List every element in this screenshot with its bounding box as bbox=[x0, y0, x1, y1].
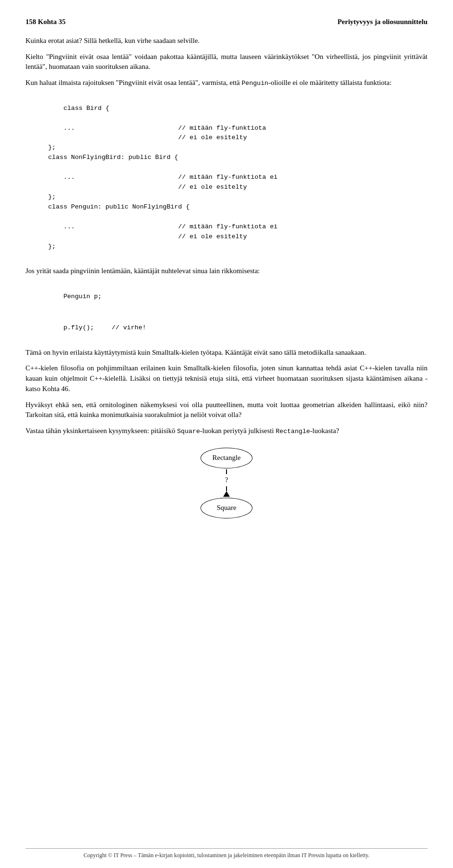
paragraph-1: Kuinka erotat asiat? Sillä hetkellä, kun… bbox=[25, 36, 428, 46]
paragraph-2: Kielto "Pingviinit eivät osaa lentää" vo… bbox=[25, 52, 428, 73]
code-block-penguin-line2-comment-pre bbox=[94, 323, 112, 331]
paragraph-8-code1: Square bbox=[177, 428, 200, 435]
paragraph-7: Hyväksyt ehkä sen, että ornitologinen nä… bbox=[25, 400, 428, 421]
paragraph-3-code: Penguin bbox=[242, 80, 268, 87]
page-number-chapter: 158 Kohta 35 bbox=[25, 17, 66, 27]
page-header: 158 Kohta 35 Periytyvyys ja oliosuunnitt… bbox=[25, 17, 428, 27]
paragraph-8: Vastaa tähän yksinkertaiseen kysymykseen… bbox=[25, 426, 428, 436]
paragraph-8-end: -luokasta? bbox=[310, 427, 339, 434]
diagram-rectangle-label: Rectangle bbox=[212, 453, 241, 463]
code-block-bird-text: class Bird { ... // mitään fly-funktiota… bbox=[48, 105, 277, 250]
code-block-penguin-line2-code: p.fly(); bbox=[63, 324, 94, 331]
paragraph-3-start: Kun haluat ilmaista rajoituksen "Pingvii… bbox=[25, 79, 242, 86]
paragraph-4-text: Jos yrität saada pingviinin lentämään, k… bbox=[25, 267, 260, 275]
paragraph-3-end: -olioille ei ole määritetty tällaista fu… bbox=[268, 79, 392, 86]
paragraph-7-text: Hyväksyt ehkä sen, että ornitologinen nä… bbox=[25, 401, 428, 419]
inheritance-diagram: Rectangle ? Square bbox=[25, 448, 428, 518]
arrow-top-line bbox=[226, 469, 227, 474]
paragraph-8-mid: -luokan periytyä julkisesti bbox=[200, 427, 276, 434]
paragraph-5: Tämä on hyvin erilaista käyttäytymistä k… bbox=[25, 348, 428, 358]
paragraph-8-code2: Rectangle bbox=[276, 428, 310, 435]
code-block-penguin-example: Penguin p; p.fly(); // virhe! bbox=[48, 282, 428, 343]
page-footer: Copyright © IT Press – Tämän e-kirjan ko… bbox=[25, 848, 428, 860]
diagram-square-label: Square bbox=[217, 503, 236, 513]
code-block-bird-classes: class Bird { ... // mitään fly-funktiota… bbox=[48, 94, 428, 262]
diagram-square-box: Square bbox=[201, 498, 252, 518]
page: 158 Kohta 35 Periytyvyys ja oliosuunnitt… bbox=[0, 0, 453, 554]
arrow-bottom-line bbox=[226, 486, 227, 491]
chapter-title: Periytyvyys ja oliosuunnittelu bbox=[337, 17, 428, 27]
paragraph-6-text: C++-kielen filosofia on pohjimmiltaan er… bbox=[25, 364, 428, 392]
footer-text: Copyright © IT Press – Tämän e-kirjan ko… bbox=[84, 852, 369, 859]
diagram-arrow: ? bbox=[223, 469, 230, 497]
paragraph-4: Jos yrität saada pingviinin lentämään, k… bbox=[25, 266, 428, 276]
paragraph-1-text: Kuinka erotat asiat? Sillä hetkellä, kun… bbox=[25, 37, 200, 44]
paragraph-5-text: Tämä on hyvin erilaista käyttäytymistä k… bbox=[25, 349, 366, 356]
paragraph-3: Kun haluat ilmaista rajoituksen "Pingvii… bbox=[25, 78, 428, 88]
arrow-head bbox=[223, 491, 230, 497]
paragraph-2-text: Kielto "Pingviinit eivät osaa lentää" vo… bbox=[25, 53, 428, 71]
paragraph-6: C++-kielen filosofia on pohjimmiltaan er… bbox=[25, 363, 428, 394]
code-block-penguin-line1: Penguin p; bbox=[63, 293, 101, 300]
code-block-penguin-line2-comment: // virhe! bbox=[112, 324, 146, 331]
paragraph-8-start: Vastaa tähän yksinkertaiseen kysymykseen… bbox=[25, 427, 177, 434]
diagram-question-label: ? bbox=[225, 475, 228, 485]
diagram-rectangle-box: Rectangle bbox=[201, 448, 252, 468]
